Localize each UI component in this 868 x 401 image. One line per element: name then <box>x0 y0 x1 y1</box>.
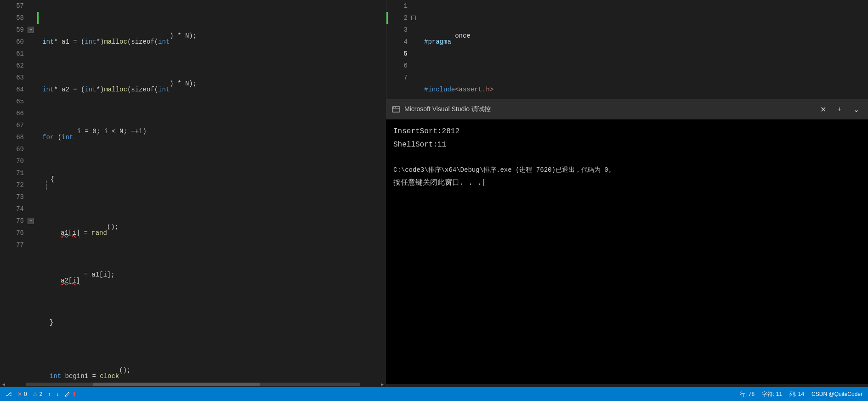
console-output-line2: ShellSort:11 <box>393 138 861 152</box>
code-line-62: a2[i] = a1[i]; <box>42 275 382 287</box>
status-brand: CSDN @QuiteCoder <box>811 391 862 397</box>
status-up-arrow[interactable]: ↑ <box>48 391 51 397</box>
status-row: 行: 78 <box>740 390 755 398</box>
console-titlebar: Microsoft Visual Studio 调试控 ✕ + ⌄ <box>386 99 868 119</box>
status-errors[interactable]: ✕ 0 <box>17 391 27 397</box>
status-pencil[interactable] <box>64 391 75 397</box>
code-line-63: } <box>42 322 382 334</box>
code-lines: int* a1 = (int*)malloc(sizeof(int) * N);… <box>39 0 386 382</box>
console-output-line1: InsertSort:2812 <box>393 125 861 138</box>
right-fold-marker-2[interactable]: − <box>411 16 416 20</box>
scroll-right-arrow[interactable]: ▶ <box>379 383 386 386</box>
code-line-60: { <box>42 179 382 191</box>
fold-gutter: − − <box>28 0 37 382</box>
console-title: Microsoft Visual Studio 调试控 <box>404 105 813 113</box>
scroll-left-arrow[interactable]: ◀ <box>0 383 7 386</box>
console-output-blank <box>393 152 861 165</box>
error-icon: ✕ <box>17 391 22 397</box>
status-warnings[interactable]: ⚠ 2 <box>33 391 43 397</box>
fold-button-75[interactable]: − <box>28 218 34 224</box>
pencil-icon <box>64 391 71 397</box>
console-overlay: Microsoft Visual Studio 调试控 ✕ + ⌄ Insert… <box>386 99 868 384</box>
console-add-button[interactable]: + <box>833 103 846 116</box>
git-icon: ⎇ <box>6 391 12 397</box>
console-close-button[interactable]: ✕ <box>817 103 829 116</box>
warning-count: 2 <box>40 391 43 397</box>
col-label: 列: 14 <box>789 390 804 398</box>
console-dropdown-button[interactable]: ⌄ <box>850 103 862 116</box>
status-left: ⎇ ✕ 0 ⚠ 2 ↑ ↓ <box>6 391 75 397</box>
editor-area: 57 58 59 60 61 62 63 64 65 66 67 68 69 7… <box>0 0 868 387</box>
code-line-58: int* a2 = (int*)malloc(sizeof(int) * N); <box>42 84 382 96</box>
code-line-64: int begin1 = clock(); <box>42 370 382 382</box>
console-body: InsertSort:2812 ShellSort:11 C:\code3\排序… <box>386 119 868 384</box>
status-char: 字符: 11 <box>762 390 782 398</box>
code-line-57: int* a1 = (int*)malloc(sizeof(int) * N); <box>42 36 382 48</box>
code-scrollbar[interactable]: ◀ ▶ <box>0 382 386 387</box>
status-down-arrow[interactable]: ↓ <box>56 391 59 397</box>
line-numbers: 57 58 59 60 61 62 63 64 65 66 67 68 69 7… <box>0 0 28 382</box>
status-right: 行: 78 字符: 11 列: 14 CSDN @QuiteCoder <box>740 390 862 398</box>
code-line-59: for (int i = 0; i < N; ++i) <box>42 131 382 143</box>
brand-label: CSDN @QuiteCoder <box>811 391 862 397</box>
console-prompt-line: 按任意键关闭此窗口. . .| <box>393 176 861 190</box>
row-label: 行: 78 <box>740 390 755 398</box>
status-col: 列: 14 <box>789 390 804 398</box>
code-panel: 57 58 59 60 61 62 63 64 65 66 67 68 69 7… <box>0 0 386 387</box>
fold-button-59[interactable]: − <box>28 27 34 33</box>
right-code-line-1: #pragma once <box>424 36 864 48</box>
svg-point-2 <box>393 107 394 108</box>
console-path-line: C:\code3\排序\x64\Debug\排序.exe (进程 7620)已退… <box>393 164 861 176</box>
warning-icon: ⚠ <box>33 391 38 397</box>
svg-point-3 <box>395 107 396 108</box>
status-bar: ⎇ ✕ 0 ⚠ 2 ↑ ↓ 行: 78 字符: 11 <box>0 387 868 401</box>
code-line-61: a1[i] = rand(); <box>42 227 382 239</box>
scrollbar-thumb[interactable] <box>93 383 260 386</box>
console-app-icon <box>391 105 401 114</box>
char-label: 字符: 11 <box>762 390 782 398</box>
error-count: 0 <box>24 391 27 397</box>
right-code-line-2: #include<assert.h> <box>424 84 864 96</box>
scrollbar-track[interactable] <box>26 383 360 386</box>
status-git[interactable]: ⎇ <box>6 391 12 397</box>
up-arrow-icon: ↑ <box>48 391 51 397</box>
down-arrow-icon: ↓ <box>56 391 59 397</box>
